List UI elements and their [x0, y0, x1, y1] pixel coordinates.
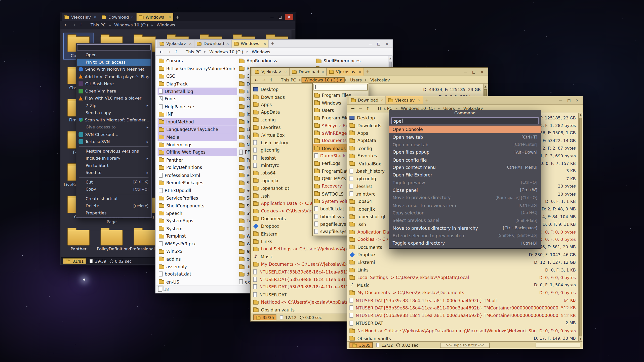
file-row-music[interactable]: ♪MusicD: 0, F: 1, 504 bytes — [347, 281, 582, 289]
grid-item-policydefinitions[interactable]: PolicyDefinitions — [97, 227, 127, 252]
grid-item-panther[interactable]: Panther — [64, 227, 93, 252]
command-item-open-file-explorer[interactable]: Open File Explorer — [389, 171, 541, 179]
command-item-open-new-tab[interactable]: Open new tab[Ctrl+T] — [389, 133, 541, 141]
file-row-my[interactable]: My Documents -> C:\Users\Vjekoslav\Docum… — [347, 289, 582, 296]
menu-item-create-shortcut[interactable]: Create shortcut — [77, 195, 151, 202]
file-row-desktop[interactable]: DesktopD: 43034, F: 125185, 23 GB — [251, 85, 487, 93]
list-item-rtlexupd-dll[interactable]: RtlExUpd.dll — [157, 187, 237, 194]
back-button[interactable]: ← — [63, 23, 69, 27]
back-button[interactable]: ← — [349, 106, 356, 111]
list-item-diagtrack[interactable]: DiagTrack — [157, 80, 237, 87]
minimize-button[interactable]: — — [462, 69, 469, 75]
back-button[interactable]: ← — [253, 77, 260, 82]
command-item-select-previous-panel[interactable]: Select previous panel[Shift+Tab] — [389, 217, 541, 224]
menu-item-open-vim-here[interactable]: Open Vim here — [77, 87, 151, 95]
new-tab-button[interactable]: + — [423, 96, 431, 104]
list-item-offline-web-pages[interactable]: Offline Web Pages — [157, 149, 237, 156]
command-item-toggle-preview[interactable]: Toggle preview[Ctrl+Q] — [389, 179, 541, 186]
scrollbar-thumb[interactable] — [579, 118, 582, 336]
list-item-inputmethod[interactable]: InputMethod — [157, 118, 237, 125]
breadcrumb-vjekoslav[interactable]: Vjekoslav — [367, 77, 393, 82]
list-item-assembly[interactable]: assembly — [157, 263, 237, 270]
forward-button[interactable]: → — [261, 77, 267, 82]
list-item-addins[interactable]: addins — [157, 255, 237, 263]
tab-downloads[interactable]: Downloads× — [194, 40, 232, 48]
list-item-speech[interactable]: Speech — [157, 209, 237, 217]
scroll-up-icon[interactable]: ▲ — [484, 84, 486, 89]
breadcrumb-users[interactable]: Users — [347, 77, 365, 82]
breadcrumb-this-pc[interactable]: This PC — [278, 77, 299, 82]
list-item-policydefinitions[interactable]: PolicyDefinitions — [157, 164, 237, 171]
forward-button[interactable]: → — [357, 106, 364, 111]
list-item-panther[interactable]: Panther — [157, 156, 237, 164]
menu-item-include-in-library[interactable]: Include in library▸ — [77, 155, 151, 162]
up-button[interactable]: ↑ — [268, 77, 275, 82]
type-to-filter-hint[interactable]: >> Type to filter << — [440, 342, 490, 348]
list-item-tempinst[interactable]: TempInst — [157, 232, 237, 240]
list-item-fonts[interactable]: AFonts — [157, 95, 237, 103]
command-item-open-console[interactable]: Open Console — [389, 126, 541, 133]
menu-item-copy[interactable]: Copy[Ctrl+C] — [77, 186, 151, 193]
titlebar[interactable]: Downloads×Vjekoslav×+ — □ × — [347, 96, 583, 105]
file-row-ntuser-dat-53b39e88-18c4-11ea-a811-000d3aa4692b-tmcontainer00000000000000000002-regtrans-ms[interactable]: NTUSER.DAT{53b39e88-18c4-11ea-a811-000d3… — [347, 312, 582, 319]
breadcrumb-windows[interactable]: Windows — [154, 22, 178, 28]
menu-filter-input[interactable] — [77, 44, 151, 51]
command-item-move-to-previous-directory[interactable]: Move to previous directory[Backspace] [C… — [389, 194, 541, 201]
menu-item-send-a-copy[interactable]: Send a copy... — [77, 109, 151, 116]
tab-windows[interactable]: Windows× — [232, 40, 269, 48]
command-item-open-context-menu[interactable]: Open context menu[Ctrl+M] [Menu] — [389, 163, 541, 171]
close-button[interactable]: × — [383, 41, 390, 47]
new-tab-button[interactable]: + — [269, 40, 276, 48]
maximize-button[interactable]: □ — [470, 69, 477, 75]
command-item-move-cursor-to-previous-item[interactable]: Move cursor to previous item[Ctrl+Up] — [389, 201, 541, 209]
list-item-winsxs[interactable]: WinSxS — [157, 248, 237, 255]
list-item-csc[interactable]: CSC — [157, 72, 237, 80]
menu-item-pin-to-start[interactable]: Pin to Start — [77, 162, 151, 169]
new-tab-button[interactable]: + — [364, 68, 372, 76]
list-item-languageoverlaycache[interactable]: LanguageOverlayCache — [157, 126, 237, 133]
tab-windows[interactable]: Windows× — [137, 13, 174, 21]
tab-close-icon[interactable]: × — [380, 98, 383, 102]
titlebar[interactable]: Vjekoslav×Downloads×Windows×+ — □ × — [155, 40, 392, 48]
menu-item-properties[interactable]: Properties — [77, 209, 151, 217]
tab-vjekoslav[interactable]: Vjekoslav× — [252, 68, 290, 76]
minimize-button[interactable]: — — [268, 14, 275, 20]
breadcrumb-windows-10-c[interactable]: Windows 10 (C:) — [207, 49, 246, 54]
close-button[interactable]: × — [574, 97, 581, 103]
tab-close-icon[interactable]: × — [226, 41, 229, 46]
file-row-eksterni[interactable]: EksterniD: 12, F: 127, 12 GB — [347, 258, 582, 266]
menu-item-open[interactable]: Open — [77, 51, 151, 59]
command-item-close-panel[interactable]: Close panel[Ctrl+W] — [389, 186, 541, 194]
breadcrumb-windows-10-c[interactable]: Windows 10 (C:) — [111, 22, 151, 28]
menu-item-play-with-vlc-media-player[interactable]: Play with VLC media player — [77, 95, 151, 102]
up-button[interactable]: ↑ — [365, 106, 371, 111]
list-item-appreadiness[interactable]: AppReadiness — [238, 57, 314, 65]
command-item-open-config-file[interactable]: Open config file — [389, 156, 541, 163]
tab-close-icon[interactable]: × — [263, 41, 266, 46]
breadcrumb-windows-10-c[interactable]: Windows 10 (C:)▾ — [302, 77, 345, 82]
menu-item-cut[interactable]: Cut[Ctrl+X] — [77, 178, 151, 186]
list-item-media[interactable]: Media — [157, 133, 237, 141]
tab-close-icon[interactable]: × — [321, 70, 324, 74]
filter-input[interactable] — [536, 342, 580, 348]
menu-item-svn-checkout[interactable]: SVN Checkout... — [77, 131, 151, 138]
breadcrumb-windows[interactable]: Windows — [249, 49, 273, 54]
back-button[interactable]: ← — [158, 49, 165, 54]
file-row-ntuser-dat-53b39e88-18c4-11ea-a811-000d3aa4692b-tm-blf[interactable]: NTUSER.DAT{53b39e88-18c4-11ea-a811-000d3… — [347, 296, 582, 304]
tab-vjekoslav[interactable]: Vjekoslav× — [386, 96, 423, 104]
list-item-bitlockerdiscoveryvolumecontents[interactable]: BitLockerDiscoveryVolumeContents — [157, 65, 237, 72]
list-item-systemapps[interactable]: SystemApps — [157, 217, 237, 224]
new-tab-button[interactable]: + — [174, 13, 181, 21]
breadcrumb-this-pc[interactable]: This PC — [88, 22, 109, 28]
maximize-button[interactable]: □ — [566, 97, 573, 103]
list-item-inf[interactable]: INF — [157, 110, 237, 118]
list-item-en-us[interactable]: en-US — [157, 278, 237, 286]
command-item-copy-selection[interactable]: Copy selection[Ctrl+C] — [389, 209, 541, 216]
list-item-shellexperiences[interactable]: ShellExperiences — [315, 57, 387, 65]
file-row-obsidian[interactable]: Obsidian vaultsD: 17, F: 149, 38 MB — [347, 334, 582, 341]
list-item-modemlogs[interactable]: ModemLogs — [157, 141, 237, 148]
list-item-helppane-exe[interactable]: HelpPane.exe — [157, 103, 237, 110]
close-button[interactable]: × — [285, 14, 293, 20]
file-row-links[interactable]: LinksD: 0, F: 3, 1 KB — [347, 266, 582, 274]
list-item-bootstat-dat[interactable]: bootstat.dat — [157, 270, 237, 278]
